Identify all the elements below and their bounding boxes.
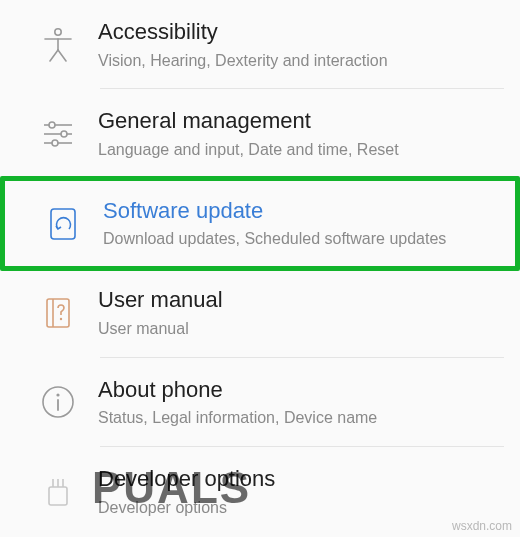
svg-rect-18 (49, 487, 67, 505)
watermark-site: wsxdn.com (452, 519, 512, 533)
svg-line-3 (50, 50, 58, 61)
settings-item-text: General management Language and input, D… (98, 107, 502, 160)
settings-item-subtitle: User manual (98, 319, 502, 340)
settings-item-user-manual[interactable]: User manual User manual (0, 268, 520, 357)
settings-item-subtitle: Download updates, Scheduled software upd… (103, 229, 497, 250)
settings-item-about-phone[interactable]: About phone Status, Legal information, D… (0, 358, 520, 447)
developer-icon (18, 473, 98, 511)
settings-item-subtitle: Status, Legal information, Device name (98, 408, 502, 429)
manual-icon (18, 294, 98, 332)
settings-item-subtitle: Language and input, Date and time, Reset (98, 140, 502, 161)
svg-point-6 (49, 122, 55, 128)
watermark-brand: PUALS (92, 463, 251, 513)
svg-point-0 (55, 28, 61, 34)
settings-item-text: Accessibility Vision, Hearing, Dexterity… (98, 18, 502, 71)
settings-item-developer-options[interactable]: Developer options Developer options (0, 447, 520, 537)
svg-point-16 (56, 394, 59, 397)
settings-item-title: About phone (98, 376, 502, 405)
svg-point-8 (61, 131, 67, 137)
accessibility-icon (18, 26, 98, 64)
svg-point-10 (52, 140, 58, 146)
settings-item-title: User manual (98, 286, 502, 315)
settings-list: Accessibility Vision, Hearing, Dexterity… (0, 0, 520, 537)
svg-rect-12 (47, 299, 69, 327)
settings-item-text: User manual User manual (98, 286, 502, 339)
settings-item-title: Software update (103, 197, 497, 226)
sliders-icon (18, 115, 98, 153)
settings-item-title: General management (98, 107, 502, 136)
settings-item-title: Accessibility (98, 18, 502, 47)
svg-rect-11 (51, 209, 75, 239)
info-icon (18, 383, 98, 421)
svg-point-14 (60, 318, 62, 320)
settings-item-accessibility[interactable]: Accessibility Vision, Hearing, Dexterity… (0, 0, 520, 89)
settings-item-software-update[interactable]: Software update Download updates, Schedu… (0, 176, 520, 271)
settings-item-text: Software update Download updates, Schedu… (103, 197, 497, 250)
settings-item-subtitle: Vision, Hearing, Dexterity and interacti… (98, 51, 502, 72)
software-update-icon (23, 204, 103, 242)
settings-item-text: About phone Status, Legal information, D… (98, 376, 502, 429)
svg-line-4 (58, 50, 66, 61)
settings-item-general-management[interactable]: General management Language and input, D… (0, 89, 520, 178)
